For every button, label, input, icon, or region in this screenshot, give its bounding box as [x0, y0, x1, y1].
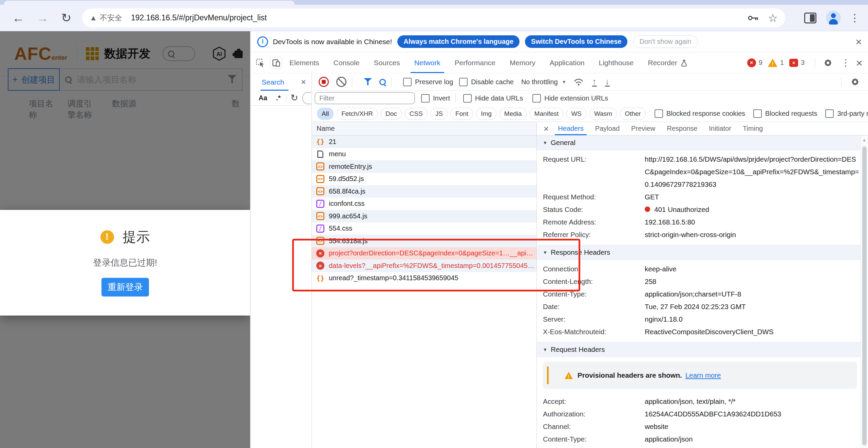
tab-application[interactable]: Application: [543, 52, 592, 73]
tab-network[interactable]: Network: [407, 52, 448, 73]
filter-pill-ws[interactable]: WS: [566, 108, 586, 120]
scrollbar-thumb[interactable]: [862, 146, 867, 445]
url-text[interactable]: 192.168.16.5/#/prjDevMenu/project_list: [131, 13, 739, 22]
profile-avatar[interactable]: [826, 11, 841, 25]
filter-pill-js[interactable]: JS: [431, 108, 448, 120]
network-search-icon[interactable]: [379, 79, 386, 85]
details-close-icon[interactable]: ×: [544, 124, 549, 133]
errors-badge-icon[interactable]: ×: [747, 58, 756, 67]
tab-initiator[interactable]: Initiator: [703, 122, 737, 135]
tab-memory[interactable]: Memory: [503, 52, 543, 73]
active-tab[interactable]: [4, 1, 295, 5]
tab-sources[interactable]: Sources: [367, 52, 407, 73]
hide-extension-urls-checkbox[interactable]: Hide extension URLs: [532, 94, 608, 103]
filter-pill-wasm[interactable]: Wasm: [589, 108, 617, 120]
address-bar[interactable]: ▲︎ 不安全 192.168.16.5/#/prjDevMenu/project…: [82, 8, 785, 28]
regex-button[interactable]: .*: [276, 94, 281, 102]
section-request-headers[interactable]: ▼Request Headers: [537, 342, 861, 357]
tab-response[interactable]: Response: [661, 122, 703, 135]
devtools-menu-icon[interactable]: ⋮: [841, 57, 850, 68]
network-conditions-icon[interactable]: [573, 77, 584, 86]
switch-chinese-button[interactable]: Switch DevTools to Chinese: [525, 35, 627, 48]
disable-cache-checkbox[interactable]: Disable cache: [459, 78, 514, 86]
clear-log-icon[interactable]: [336, 77, 346, 87]
table-row-selected-error[interactable]: ×project?orderDirection=DESC&pageIndex=0…: [312, 247, 536, 260]
tab-lighthouse[interactable]: Lighthouse: [591, 52, 641, 73]
search-close-icon[interactable]: ×: [301, 77, 306, 87]
devtools-close-icon[interactable]: ×: [856, 57, 863, 69]
filter-pill-fetchxhr[interactable]: Fetch/XHR: [337, 108, 378, 120]
table-row[interactable]: <>remoteEntry.js: [312, 160, 536, 173]
device-toolbar-icon[interactable]: [270, 57, 282, 69]
table-row[interactable]: <>658.8f4ca.js: [312, 185, 536, 198]
network-settings-icon[interactable]: [850, 77, 860, 87]
tab-performance[interactable]: Performance: [448, 52, 503, 73]
tab-headers[interactable]: Headers: [552, 122, 589, 135]
filter-pill-font[interactable]: Font: [451, 108, 473, 120]
filter-pill-doc[interactable]: Doc: [381, 108, 402, 120]
third-party-requests-checkbox[interactable]: 3rd-party requests: [825, 109, 868, 118]
tab-elements[interactable]: Elements: [282, 52, 326, 73]
blocked-response-cookies-checkbox[interactable]: Blocked response cookies: [655, 109, 745, 118]
invert-checkbox[interactable]: Invert: [421, 94, 450, 103]
security-label[interactable]: 不安全: [100, 13, 122, 23]
tab-recorder[interactable]: Recorder: [641, 52, 695, 73]
filter-pill-img[interactable]: Img: [476, 108, 496, 120]
table-row[interactable]: {}21: [312, 136, 536, 148]
filter-pill-all[interactable]: All: [317, 108, 334, 120]
not-secure-icon[interactable]: ▲︎: [90, 14, 97, 22]
table-row[interactable]: {}unread?_timestamp=0.3411584539659045: [312, 272, 536, 285]
section-general[interactable]: ▼General: [537, 136, 861, 150]
browser-menu-icon[interactable]: ⋮: [850, 13, 860, 23]
refresh-search-icon[interactable]: ↻: [290, 93, 298, 103]
tab-payload[interactable]: Payload: [589, 122, 625, 135]
back-icon[interactable]: ←: [12, 12, 24, 24]
table-row-error[interactable]: ×data-levels?__apiPrefix=%2FDWS&_timesta…: [312, 259, 536, 272]
relogin-button[interactable]: 重新登录: [101, 278, 149, 297]
table-row[interactable]: <>554.6318a.js: [312, 235, 536, 247]
filter-pill-manifest[interactable]: Manifest: [530, 108, 564, 120]
warnings-count[interactable]: 1: [780, 59, 784, 67]
forward-icon[interactable]: →: [37, 12, 49, 24]
request-list-header[interactable]: Name: [312, 122, 536, 136]
tab-timing[interactable]: Timing: [737, 122, 769, 135]
filter-pill-css[interactable]: CSS: [405, 108, 428, 120]
throttling-dropdown[interactable]: No throttling▼: [521, 78, 566, 86]
filter-pill-media[interactable]: Media: [499, 108, 527, 120]
table-row[interactable]: /554.css: [312, 222, 536, 235]
hide-data-urls-checkbox[interactable]: Hide data URLs: [463, 94, 523, 103]
table-row[interactable]: /iconfont.css: [312, 198, 536, 210]
filter-input[interactable]: [315, 92, 415, 104]
issues-badge-icon[interactable]: ×: [789, 59, 798, 67]
password-key-icon[interactable]: [748, 14, 759, 22]
export-har-icon[interactable]: ↓: [605, 77, 610, 87]
issues-count[interactable]: 3: [801, 59, 805, 67]
tab-preview[interactable]: Preview: [625, 122, 661, 135]
search-panel-title[interactable]: Search: [262, 78, 284, 86]
tab-console[interactable]: Console: [326, 52, 367, 73]
errors-count[interactable]: 9: [759, 59, 762, 67]
table-row[interactable]: <>59.d5d52.js: [312, 173, 536, 185]
infobar-close-icon[interactable]: ×: [855, 36, 862, 47]
warnings-badge-icon[interactable]: !: [768, 59, 777, 67]
inspect-element-icon[interactable]: [256, 58, 265, 67]
section-response-headers[interactable]: ▼Response Headers: [537, 245, 861, 260]
table-row[interactable]: <>999.ac654.js: [312, 210, 536, 222]
filter-toggle-icon[interactable]: [364, 77, 372, 86]
match-case-button[interactable]: Aa: [259, 94, 267, 102]
dont-show-again-button[interactable]: Don't show again: [633, 35, 698, 48]
filter-pill-other[interactable]: Other: [620, 108, 646, 120]
devtools-settings-icon[interactable]: [823, 58, 833, 68]
scrollbar[interactable]: ▲: [861, 136, 868, 448]
blocked-requests-checkbox[interactable]: Blocked requests: [753, 109, 817, 118]
search-input-clipped[interactable]: [302, 92, 311, 104]
table-row[interactable]: menu: [312, 148, 536, 161]
scrollbar-up-icon[interactable]: ▲: [862, 138, 866, 142]
record-stop-icon[interactable]: [319, 77, 329, 87]
reload-icon[interactable]: ↻: [61, 12, 71, 24]
side-panel-icon[interactable]: [804, 13, 816, 23]
import-har-icon[interactable]: ↑: [592, 77, 597, 87]
bookmark-star-icon[interactable]: ☆: [768, 13, 778, 23]
match-language-button[interactable]: Always match Chrome's language: [397, 35, 520, 48]
learn-more-link[interactable]: Learn more: [685, 371, 721, 379]
